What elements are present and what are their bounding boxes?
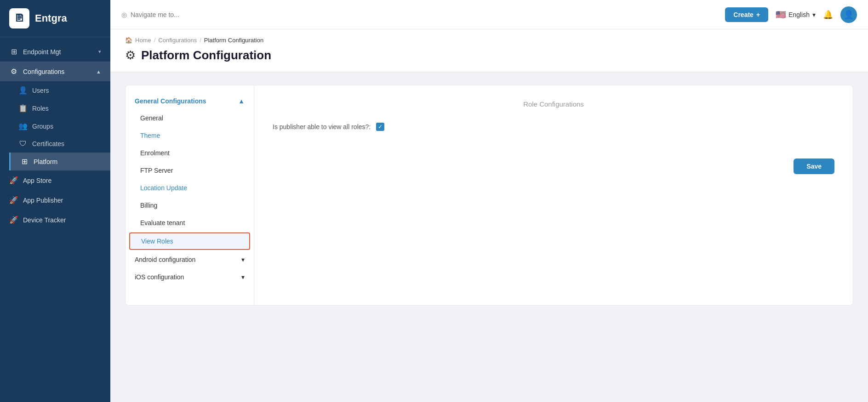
search-input[interactable]: [131, 11, 342, 18]
sidebar-sub-label: Platform: [34, 158, 57, 165]
android-config-header[interactable]: Android configuration ▾: [126, 251, 254, 268]
config-item-evaluate-tenant[interactable]: Evaluate tenant: [126, 214, 254, 232]
general-configurations-header[interactable]: General Configurations ▲: [126, 93, 254, 109]
config-item-general[interactable]: General: [126, 109, 254, 127]
android-config-label: Android configuration: [135, 256, 195, 263]
save-button[interactable]: Save: [794, 159, 834, 174]
logo-icon: 🖹: [9, 8, 29, 28]
user-icon: 👤: [18, 86, 28, 95]
sidebar-sub-label: Roles: [32, 105, 49, 112]
navigate-icon: ◎: [121, 11, 127, 18]
roles-icon: 📋: [18, 104, 28, 113]
panel-title: Role Configurations: [273, 100, 834, 108]
config-body: General Configurations ▲ General Theme E…: [110, 72, 868, 318]
general-config-label: General Configurations: [135, 97, 206, 105]
sidebar-sub-label: Users: [32, 87, 49, 94]
chevron-up-icon: ▲: [96, 69, 101, 74]
grid-icon: ⊞: [9, 47, 18, 56]
logo-text: Entgra: [35, 12, 67, 24]
user-avatar[interactable]: 👤: [840, 6, 857, 23]
groups-icon: 👥: [18, 122, 28, 130]
sidebar: 🖹 Entgra ⊞ Endpoint Mgt ▾ ⚙ Configuratio…: [0, 0, 110, 402]
notification-icon[interactable]: 🔔: [823, 10, 833, 20]
sidebar-item-app-publisher[interactable]: 🚀 App Publisher: [0, 190, 110, 210]
breadcrumb-configurations[interactable]: Configurations: [158, 37, 197, 44]
config-sidebar: General Configurations ▲ General Theme E…: [126, 85, 254, 305]
app-store-icon: 🚀: [9, 176, 18, 185]
main-area: ◎ Create + 🇺🇸 English ▾ 🔔 👤 🏠 Home /: [110, 0, 868, 402]
sidebar-item-label: Configurations: [23, 68, 91, 75]
platform-icon: ⊞: [20, 157, 29, 166]
view-roles-menu-label: View Roles: [141, 238, 173, 245]
app-publisher-icon: 🚀: [9, 196, 18, 204]
breadcrumb-current: Platform Configuration: [204, 37, 263, 44]
page-gear-icon: ⚙: [125, 48, 136, 62]
chevron-down-icon: ▾: [98, 49, 101, 55]
location-update-menu-label: Location Update: [140, 184, 187, 192]
publisher-roles-checkbox[interactable]: ✓: [376, 123, 384, 131]
sidebar-item-groups[interactable]: 👥 Groups: [9, 117, 110, 135]
sidebar-nav: ⊞ Endpoint Mgt ▾ ⚙ Configurations ▲ 👤 Us…: [0, 37, 110, 234]
sidebar-item-label: App Store: [23, 177, 101, 184]
general-menu-label: General: [140, 114, 163, 122]
lang-chevron-icon: ▾: [812, 11, 816, 18]
ios-chevron-icon: ▾: [241, 273, 245, 281]
config-item-location-update[interactable]: Location Update: [126, 179, 254, 197]
content-area: 🏠 Home / Configurations / Platform Confi…: [110, 29, 868, 402]
topbar: ◎ Create + 🇺🇸 English ▾ 🔔 👤: [110, 0, 868, 29]
create-label: Create: [733, 11, 754, 18]
config-item-enrolment[interactable]: Enrolment: [126, 144, 254, 162]
config-item-view-roles[interactable]: View Roles: [129, 232, 250, 250]
create-button[interactable]: Create +: [725, 7, 768, 22]
enrolment-menu-label: Enrolment: [140, 149, 170, 157]
sidebar-item-label: Endpoint Mgt: [23, 48, 94, 56]
logo-area: 🖹 Entgra: [0, 0, 110, 37]
sidebar-item-label: Device Tracker: [23, 216, 101, 224]
theme-menu-label: Theme: [140, 132, 160, 139]
home-icon: 🏠: [125, 37, 132, 44]
plus-icon: +: [756, 11, 760, 18]
sidebar-item-roles[interactable]: 📋 Roles: [9, 99, 110, 117]
device-tracker-icon: 🚀: [9, 215, 18, 224]
breadcrumb-sep-1: /: [154, 37, 156, 44]
section-chevron-up-icon: ▲: [238, 97, 245, 105]
gear-icon: ⚙: [9, 67, 18, 76]
publisher-roles-label: Is publisher able to view all roles?:: [273, 123, 371, 130]
ftp-server-menu-label: FTP Server: [140, 167, 173, 174]
config-card: General Configurations ▲ General Theme E…: [125, 85, 853, 306]
sidebar-item-configurations[interactable]: ⚙ Configurations ▲: [0, 62, 110, 81]
ios-config-header[interactable]: iOS configuration ▾: [126, 268, 254, 286]
config-item-ftp-server[interactable]: FTP Server: [126, 162, 254, 179]
sidebar-sub-label: Certificates: [32, 140, 64, 147]
page-header: 🏠 Home / Configurations / Platform Confi…: [110, 29, 868, 72]
sidebar-item-label: App Publisher: [23, 197, 101, 204]
billing-menu-label: Billing: [140, 202, 157, 209]
sidebar-item-users[interactable]: 👤 Users: [9, 81, 110, 99]
topbar-right: Create + 🇺🇸 English ▾ 🔔 👤: [725, 6, 857, 23]
sidebar-item-platform[interactable]: ⊞ Platform: [9, 153, 110, 170]
sidebar-item-app-store[interactable]: 🚀 App Store: [0, 170, 110, 190]
breadcrumb-home[interactable]: Home: [135, 37, 151, 44]
shield-icon: 🛡: [18, 140, 28, 148]
publisher-roles-row: Is publisher able to view all roles?: ✓: [273, 123, 834, 131]
page-title: Platform Configuration: [141, 48, 271, 62]
breadcrumb: 🏠 Home / Configurations / Platform Confi…: [125, 37, 853, 44]
page-title-row: ⚙ Platform Configuration: [125, 48, 853, 62]
flag-icon: 🇺🇸: [776, 10, 786, 20]
language-label: English: [788, 11, 810, 18]
sidebar-item-endpoint-mgt[interactable]: ⊞ Endpoint Mgt ▾: [0, 42, 110, 62]
breadcrumb-sep-2: /: [200, 37, 201, 44]
evaluate-tenant-menu-label: Evaluate tenant: [140, 219, 185, 226]
sidebar-item-device-tracker[interactable]: 🚀 Device Tracker: [0, 210, 110, 230]
sidebar-item-certificates[interactable]: 🛡 Certificates: [9, 135, 110, 153]
configurations-sub-menu: 👤 Users 📋 Roles 👥 Groups 🛡 Certificates …: [0, 81, 110, 170]
sidebar-sub-label: Groups: [32, 123, 53, 130]
config-main-panel: Role Configurations Is publisher able to…: [254, 85, 853, 305]
ios-config-label: iOS configuration: [135, 273, 184, 281]
config-item-billing[interactable]: Billing: [126, 197, 254, 214]
android-chevron-icon: ▾: [241, 256, 245, 263]
language-selector[interactable]: 🇺🇸 English ▾: [776, 10, 816, 20]
search-area: ◎: [121, 11, 342, 18]
config-item-theme[interactable]: Theme: [126, 127, 254, 144]
